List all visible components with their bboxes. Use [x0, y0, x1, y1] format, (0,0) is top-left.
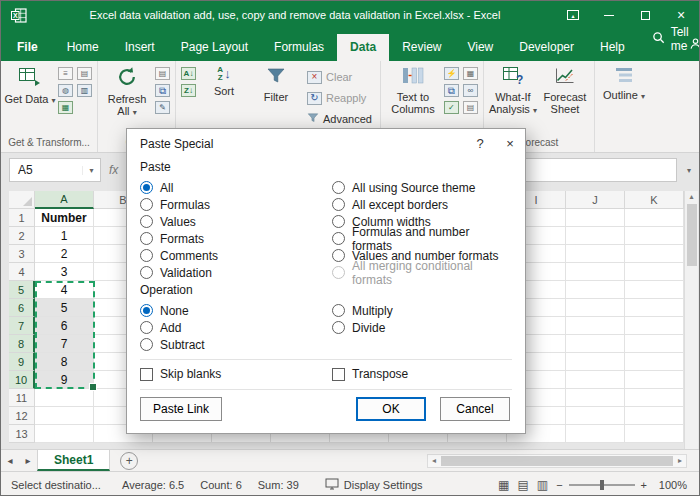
cell-a8[interactable]: 7: [35, 335, 94, 353]
cell-k3[interactable]: [625, 245, 684, 263]
cell-a4[interactable]: 3: [35, 263, 94, 281]
filter-button[interactable]: Filter: [250, 61, 302, 129]
sheet-nav-right-icon[interactable]: ▸: [19, 455, 37, 466]
data-validation-icon[interactable]: ✓: [444, 101, 459, 114]
row-header-12[interactable]: 12: [9, 407, 35, 425]
radio-all-using-source-theme[interactable]: All using Source theme: [332, 179, 512, 196]
name-box[interactable]: A5 ▾: [9, 158, 101, 182]
radio-formulas[interactable]: Formulas: [140, 196, 332, 213]
tab-developer[interactable]: Developer: [506, 34, 587, 61]
cell-a3[interactable]: 2: [35, 245, 94, 263]
checkbox-transpose[interactable]: Transpose: [332, 365, 512, 383]
tell-me-box[interactable]: Tell me: [652, 25, 689, 61]
manage-data-model-icon[interactable]: ▤: [463, 101, 478, 114]
relationships-icon[interactable]: ∞: [463, 84, 478, 97]
horizontal-scroll-thumb[interactable]: [441, 456, 673, 466]
tab-data[interactable]: Data: [337, 34, 389, 61]
name-box-dropdown-icon[interactable]: ▾: [82, 166, 100, 175]
zoom-out-icon[interactable]: −: [556, 479, 562, 491]
cell-k2[interactable]: [625, 227, 684, 245]
from-table-range-icon[interactable]: ▦: [58, 101, 73, 114]
row-header-1[interactable]: 1: [9, 209, 35, 227]
cell-j13[interactable]: [566, 425, 625, 443]
cell-a13[interactable]: [35, 425, 94, 443]
radio-multiply[interactable]: Multiply: [332, 302, 512, 319]
zoom-thumb[interactable]: [600, 480, 604, 490]
recent-sources-icon[interactable]: ▤: [77, 67, 92, 80]
radio-subtract[interactable]: Subtract: [140, 336, 332, 353]
radio-values[interactable]: Values: [140, 213, 332, 230]
tab-help[interactable]: Help: [587, 34, 638, 61]
zoom-track[interactable]: [569, 484, 635, 486]
cell-a2[interactable]: 1: [35, 227, 94, 245]
formula-bar-expand-icon[interactable]: ▾: [681, 166, 697, 175]
zoom-level[interactable]: 100%: [655, 479, 687, 491]
workbook-connections-icon[interactable]: ⧉: [155, 84, 170, 97]
radio-validation[interactable]: Validation: [140, 264, 332, 281]
column-header-j[interactable]: J: [566, 191, 625, 209]
what-if-analysis-button[interactable]: ? What-If Analysis ▾: [487, 61, 539, 129]
cell-j10[interactable]: [566, 371, 625, 389]
cell-j2[interactable]: [566, 227, 625, 245]
tab-page-layout[interactable]: Page Layout: [168, 34, 261, 61]
sort-ascending-icon[interactable]: A↓: [181, 67, 196, 80]
existing-connections-icon[interactable]: ▥: [77, 84, 92, 97]
scroll-left-icon[interactable]: ◂: [428, 456, 440, 465]
cell-k1[interactable]: [625, 209, 684, 227]
column-header-a[interactable]: A: [35, 191, 94, 209]
cell-k7[interactable]: [625, 317, 684, 335]
ribbon-display-options-button[interactable]: ▴: [555, 1, 591, 29]
vertical-scroll-thumb[interactable]: [687, 204, 697, 266]
cell-a1[interactable]: Number: [35, 209, 94, 227]
row-header-6[interactable]: 6: [9, 299, 35, 317]
cell-a7[interactable]: 6: [35, 317, 94, 335]
ok-button[interactable]: OK: [356, 397, 426, 421]
row-header-4[interactable]: 4: [9, 263, 35, 281]
radio-divide[interactable]: Divide: [332, 319, 512, 336]
cell-k9[interactable]: [625, 353, 684, 371]
row-header-11[interactable]: 11: [9, 389, 35, 407]
get-data-button[interactable]: Get Data ▾: [4, 61, 56, 129]
reapply-filter-button[interactable]: ↻Reapply: [304, 89, 375, 107]
zoom-in-icon[interactable]: +: [641, 479, 647, 491]
radio-formulas-number-formats[interactable]: Formulas and number formats: [332, 230, 512, 247]
tab-view[interactable]: View: [454, 34, 506, 61]
cell-a9[interactable]: 8: [35, 353, 94, 371]
cell-j5[interactable]: [566, 281, 625, 299]
cancel-button[interactable]: Cancel: [440, 397, 510, 421]
tab-formulas[interactable]: Formulas: [261, 34, 337, 61]
radio-all-except-borders[interactable]: All except borders: [332, 196, 512, 213]
consolidate-icon[interactable]: ▦: [463, 67, 478, 80]
cell-j9[interactable]: [566, 353, 625, 371]
refresh-all-button[interactable]: Refresh All ▾: [101, 61, 153, 129]
radio-add[interactable]: Add: [140, 319, 332, 336]
sheet-tab-sheet1[interactable]: Sheet1: [37, 450, 110, 471]
display-settings-button[interactable]: Display Settings: [325, 478, 423, 492]
paste-link-button[interactable]: Paste Link: [140, 397, 222, 421]
row-header-10[interactable]: 10: [9, 371, 35, 389]
cell-j11[interactable]: [566, 389, 625, 407]
advanced-filter-button[interactable]: Advanced: [304, 110, 375, 128]
radio-all[interactable]: All: [140, 179, 332, 196]
remove-duplicates-icon[interactable]: ⧉: [444, 84, 459, 97]
radio-comments[interactable]: Comments: [140, 247, 332, 264]
vertical-scrollbar[interactable]: ▴: [684, 191, 698, 449]
text-to-columns-button[interactable]: Text to Columns: [384, 61, 442, 129]
dialog-close-button[interactable]: ×: [495, 129, 525, 158]
cell-a11[interactable]: [35, 389, 94, 407]
cell-k8[interactable]: [625, 335, 684, 353]
cell-a10[interactable]: 9: [35, 371, 94, 389]
radio-formats[interactable]: Formats: [140, 230, 332, 247]
cell-j12[interactable]: [566, 407, 625, 425]
horizontal-scrollbar[interactable]: ◂ ▸: [427, 454, 687, 468]
cell-k10[interactable]: [625, 371, 684, 389]
scroll-up-icon[interactable]: ▴: [689, 191, 693, 203]
tab-file[interactable]: File: [1, 34, 54, 61]
row-header-5[interactable]: 5: [9, 281, 35, 299]
tab-home[interactable]: Home: [54, 34, 112, 61]
column-header-k[interactable]: K: [625, 191, 684, 209]
page-layout-view-icon[interactable]: ▤: [517, 478, 528, 492]
cell-k13[interactable]: [625, 425, 684, 443]
row-header-9[interactable]: 9: [9, 353, 35, 371]
forecast-sheet-button[interactable]: Forecast Sheet: [539, 61, 591, 129]
